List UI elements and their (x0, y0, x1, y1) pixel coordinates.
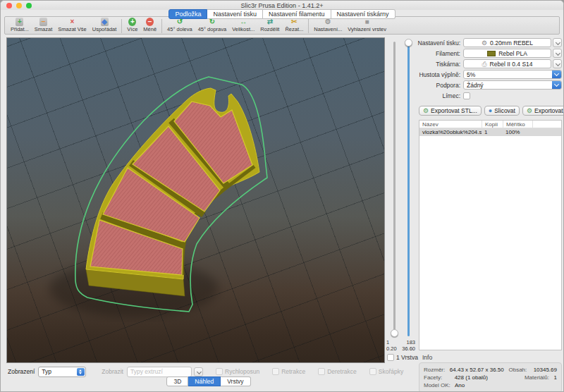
single-layer-checkbox[interactable] (387, 354, 394, 361)
size-label: Rozměr: (424, 367, 450, 373)
export-buttons: ⚙ Exportovat STL... ● Slicovat ⚙ Exporto… (417, 106, 564, 116)
unretractions-checkbox[interactable] (318, 368, 325, 375)
retractions-checkbox[interactable] (272, 368, 279, 375)
unretractions-toggle[interactable]: Deretrakce (318, 368, 357, 375)
main-tabs: Podložka Nastavení tisku Nastavení filam… (1, 9, 563, 19)
object-settings-button[interactable]: ⚙ Nastavení... (311, 18, 345, 35)
single-layer-label: 1 Vrstva (396, 354, 418, 361)
layer-slider-low-knob[interactable] (391, 329, 398, 337)
chevron-down-icon (555, 51, 560, 56)
view-layers-button[interactable]: Vrstvy (221, 376, 250, 386)
scale-button[interactable]: ↔ Velikost... (229, 18, 257, 35)
filament-dropdown-button[interactable] (553, 49, 562, 58)
layer-slider-gutter: 1 183 0.20 36.60 1 Vrstva (385, 37, 417, 392)
printer-icon: ⎙ (482, 61, 486, 68)
object-table-header: Název Kopií Měřítko (419, 121, 561, 128)
more-button[interactable]: + Více (124, 18, 140, 35)
delete-all-button[interactable]: × Smazat Vše (55, 18, 89, 35)
chevron-down-icon (553, 82, 558, 87)
extrusion-types-dropdown-button[interactable] (194, 367, 203, 376)
travel-toggle[interactable]: Rychloposun (216, 368, 259, 375)
facets-label: Facety: (424, 374, 455, 381)
show-label: Zobrazit (102, 368, 123, 375)
window-title: Slic3r Prusa Edition - 1.41.2+ (1, 2, 563, 9)
facets-value: 428 (1 obalů) (455, 374, 525, 381)
infill-density-row: Hustota výplně: 5% (417, 69, 564, 80)
slice-button[interactable]: ● Slicovat (484, 106, 520, 116)
settings-panel: Nastavení tisku: ⚙ 0.20mm REBEL Filament… (417, 37, 564, 392)
app-window: Slic3r Prusa Edition - 1.41.2+ Podložka … (0, 0, 564, 392)
object-scale-cell: 100% (503, 128, 532, 136)
max-layer-label: 183 (406, 339, 415, 345)
layer-slider-high-knob[interactable] (405, 39, 412, 47)
add-button[interactable]: + Přidat... (8, 18, 32, 35)
volume-value: 10345.69 (534, 367, 557, 373)
volume-label: Obsah: (508, 367, 533, 373)
printer-dropdown-button[interactable] (553, 59, 562, 68)
view-3d-button[interactable]: 3D (166, 376, 188, 386)
info-box: Rozměr: 64.43 x 52.67 x 36.50 Obsah: 103… (419, 362, 562, 392)
slice-icon: ● (489, 108, 492, 114)
tab-podlozka[interactable]: Podložka (168, 9, 207, 19)
view-switcher: 3D Náhled Vrstvy (1, 376, 417, 386)
preview-3d-viewport[interactable] (6, 37, 385, 363)
single-layer-toggle[interactable]: 1 Vrstva (387, 354, 418, 361)
object-copies-cell: 1 (482, 128, 503, 136)
travel-checkbox[interactable] (216, 368, 223, 375)
materials-value: 1 (554, 374, 557, 381)
export-gcode-button[interactable]: ⚙ Exportovat G-kód... (522, 106, 564, 116)
max-z-label: 36.60 (402, 345, 415, 352)
display-mode-dropdown[interactable]: Typ (38, 367, 86, 377)
print-settings-combo[interactable]: ⚙ 0.20mm REBEL (463, 38, 551, 47)
layer-smoothing-button[interactable]: ■ Vyhlazení vrstev (345, 18, 389, 35)
split-button[interactable]: ⇄ Rozdělit (257, 18, 282, 35)
layer-slider-high[interactable] (407, 42, 410, 336)
cut-button[interactable]: ✂ Řezat... (282, 18, 306, 35)
display-label: Zobrazení (8, 368, 35, 375)
brim-checkbox[interactable] (463, 92, 470, 99)
min-z-label: 0.20 (386, 345, 397, 352)
chevron-down-icon (555, 40, 560, 45)
chevron-down-icon (555, 61, 560, 66)
layer-slider-labels: 1 183 0.20 36.60 (385, 339, 417, 352)
chevron-down-icon (196, 369, 201, 374)
export-stl-button[interactable]: ⚙ Exportovat STL... (419, 106, 482, 116)
fewer-button[interactable]: − Méně (140, 18, 159, 35)
rotate-left-button[interactable]: ↺ 45° doleva (164, 18, 195, 35)
chevron-down-icon (553, 71, 558, 76)
tab-nastaveni-filamentu[interactable]: Nastavení filamentu (263, 9, 331, 19)
model-ok-label: Model OK: (424, 382, 455, 388)
rotate-right-button[interactable]: ↻ 45° doprava (195, 18, 230, 35)
shells-toggle[interactable]: Skořápky (369, 368, 403, 375)
table-row[interactable]: vlozka%20obluk%204.stl 1 100% (419, 128, 561, 136)
export-stl-icon: ⚙ (423, 108, 429, 114)
delete-button[interactable]: − Smazat (32, 18, 55, 35)
printer-row: Tiskárna: ⎙ Rebel II 0.4 S14 (417, 59, 564, 69)
infill-density-select[interactable]: 5% (463, 70, 562, 79)
printer-combo[interactable]: ⎙ Rebel II 0.4 S14 (463, 59, 551, 68)
shells-checkbox[interactable] (369, 368, 376, 375)
arrange-button[interactable]: ◆ Uspořádat (90, 18, 120, 35)
view-preview-button[interactable]: Náhled (188, 376, 221, 386)
toolbar-separator (308, 19, 309, 33)
support-select[interactable]: Žádný (463, 80, 562, 90)
brim-row: Límec: (417, 90, 564, 101)
tab-nastaveni-tiskarny[interactable]: Nastavení tiskárny (331, 9, 396, 19)
dropdown-arrow-button[interactable] (552, 71, 561, 78)
info-title: Info (422, 354, 564, 361)
toolbar-separator (161, 19, 162, 33)
export-gcode-icon: ⚙ (527, 108, 532, 114)
filament-combo[interactable]: Rebel PLA (463, 49, 551, 58)
min-layer-label: 1 (386, 339, 389, 345)
print-settings-dropdown-button[interactable] (553, 38, 562, 47)
dropdown-arrow-button[interactable] (552, 81, 561, 89)
extrusion-types-input[interactable] (127, 367, 192, 377)
stepper-icon (77, 368, 85, 376)
retractions-toggle[interactable]: Retrakce (272, 368, 305, 375)
size-value: 64.43 x 52.67 x 36.50 (450, 367, 509, 373)
sliced-object-preview[interactable] (7, 38, 385, 363)
tab-nastaveni-tisku[interactable]: Nastavení tisku (207, 9, 263, 19)
support-row: Podpora: Žádný (417, 80, 564, 90)
layer-slider-low[interactable] (393, 42, 396, 336)
object-list-table[interactable]: Název Kopií Měřítko vlozka%20obluk%204.s… (419, 120, 562, 350)
